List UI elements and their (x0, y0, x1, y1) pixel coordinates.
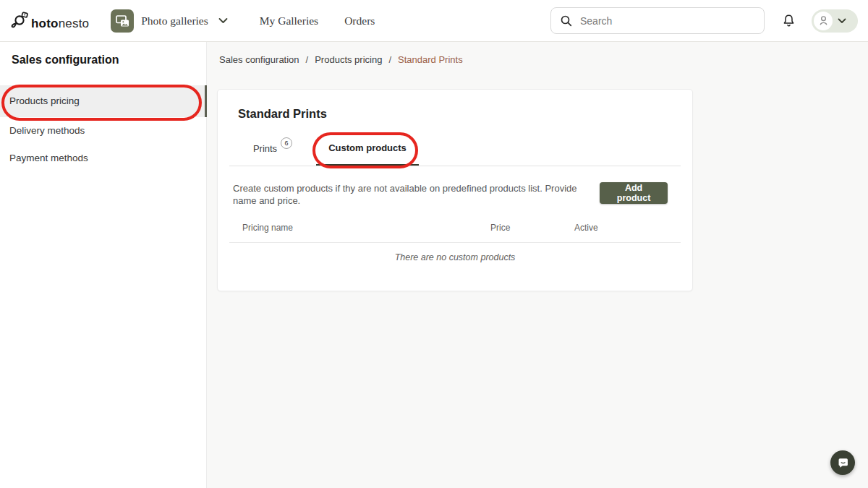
prints-count-badge: 6 (281, 137, 292, 149)
photo-galleries-icon (111, 9, 134, 33)
search-input[interactable] (580, 15, 755, 27)
card-title: Standard Prints (238, 107, 692, 121)
chat-bubble-icon (837, 457, 849, 469)
notifications-bell-icon[interactable] (782, 14, 796, 28)
gallery-switcher-label: Photo galleries (141, 14, 208, 27)
brand-text-light: nesto (59, 17, 90, 30)
search-box[interactable] (550, 7, 765, 34)
breadcrumb: Sales configuration / Products pricing /… (219, 54, 463, 65)
sidebar-item-label: Delivery methods (9, 125, 85, 136)
breadcrumb-separator: / (388, 54, 391, 65)
custom-products-table-header: Pricing name Price Active (229, 221, 681, 243)
sidebar-sales-configuration: Sales configuration Products pricing Del… (0, 42, 207, 488)
tab-custom-products-label: Custom products (328, 142, 407, 153)
sidebar-item-products-pricing[interactable]: Products pricing (0, 85, 206, 117)
column-header-pricing-name: Pricing name (242, 223, 293, 233)
sidebar-title: Sales configuration (12, 53, 206, 67)
search-icon (560, 14, 573, 27)
tab-prints-label: Prints (253, 143, 277, 154)
breadcrumb-separator: / (306, 54, 309, 65)
sidebar-item-delivery-methods[interactable]: Delivery methods (0, 117, 206, 145)
breadcrumb-products-pricing[interactable]: Products pricing (315, 54, 382, 65)
tab-prints[interactable]: Prints 6 (229, 132, 316, 166)
standard-prints-card: Standard Prints Prints 6 Custom products… (217, 89, 693, 291)
tab-bar: Prints 6 Custom products (229, 132, 681, 166)
sidebar-nav: Products pricing Delivery methods Paymen… (0, 85, 206, 172)
brand-camera-p-icon (10, 11, 32, 31)
nav-orders[interactable]: Orders (344, 14, 375, 27)
top-navbar: hotonesto Photo galleries My Galleries O… (0, 0, 868, 42)
breadcrumb-standard-prints: Standard Prints (398, 54, 463, 65)
gallery-switcher[interactable]: Photo galleries (111, 9, 228, 33)
column-header-active: Active (574, 223, 598, 233)
brand-logo[interactable]: hotonesto (10, 11, 89, 31)
breadcrumb-sales-configuration[interactable]: Sales configuration (219, 54, 299, 65)
sidebar-item-label: Products pricing (9, 95, 80, 106)
sidebar-item-payment-methods[interactable]: Payment methods (0, 145, 206, 172)
user-menu-chevron-icon (838, 18, 846, 24)
tab-custom-products[interactable]: Custom products (316, 132, 419, 166)
custom-products-panel: Create custom products if thy are not av… (233, 182, 668, 207)
brand-text-bold: hoto (31, 17, 59, 30)
nav-my-galleries[interactable]: My Galleries (260, 14, 318, 27)
chat-launcher-button[interactable] (830, 450, 855, 475)
custom-products-description: Create custom products if thy are not av… (233, 182, 600, 207)
avatar (814, 12, 833, 30)
user-menu[interactable] (812, 9, 858, 33)
column-header-price: Price (490, 223, 510, 233)
add-product-button[interactable]: Add product (600, 182, 668, 204)
sidebar-item-label: Payment methods (9, 153, 88, 163)
empty-state-message: There are no custom products (218, 252, 692, 262)
chevron-down-icon (218, 17, 228, 24)
main-content: Sales configuration / Products pricing /… (207, 42, 868, 488)
